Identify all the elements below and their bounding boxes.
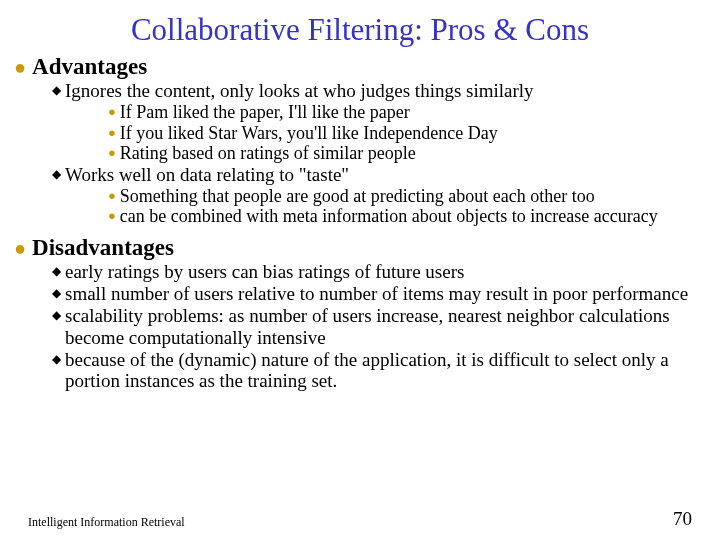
list-text: Something that people are good at predic…: [120, 186, 692, 207]
section-disadvantages: ● Disadvantages ◆ early ratings by users…: [28, 235, 692, 392]
list-item: ● Something that people are good at pred…: [108, 186, 692, 207]
slide-title: Collaborative Filtering: Pros & Cons: [28, 12, 692, 48]
list-text: small number of users relative to number…: [65, 283, 692, 305]
list-item: ● can be combined with meta information …: [108, 206, 692, 227]
bullet-icon: ◆: [52, 283, 61, 303]
list-item: ◆ scalability problems: as number of use…: [52, 305, 692, 349]
list-text: If Pam liked the paper, I'll like the pa…: [120, 102, 692, 123]
bullet-icon: ◆: [52, 305, 61, 325]
bullet-icon: ●: [14, 54, 26, 80]
list-text: scalability problems: as number of users…: [65, 305, 692, 349]
bullet-icon: ●: [108, 143, 116, 162]
list-item: ● If you liked Star Wars, you'll like In…: [108, 123, 692, 144]
bullet-icon: ◆: [52, 261, 61, 281]
list-text: If you liked Star Wars, you'll like Inde…: [120, 123, 692, 144]
slide-number: 70: [673, 508, 692, 530]
bullet-icon: ◆: [52, 80, 61, 100]
list-text: Rating based on ratings of similar peopl…: [120, 143, 692, 164]
bullet-icon: ●: [108, 102, 116, 121]
list-text: because of the (dynamic) nature of the a…: [65, 349, 692, 393]
list-item: ◆ Ignores the content, only looks at who…: [52, 80, 692, 102]
list-item: ◆ Works well on data relating to "taste": [52, 164, 692, 186]
list-item: ● Rating based on ratings of similar peo…: [108, 143, 692, 164]
list-item: ◆ early ratings by users can bias rating…: [52, 261, 692, 283]
list-text: Works well on data relating to "taste": [65, 164, 692, 186]
bullet-icon: ◆: [52, 164, 61, 184]
footer-left: Intelligent Information Retrieval: [28, 515, 185, 530]
list-item: ◆ small number of users relative to numb…: [52, 283, 692, 305]
footer: Intelligent Information Retrieval 70: [28, 508, 692, 530]
list-text: can be combined with meta information ab…: [120, 206, 692, 227]
list-item: ◆ because of the (dynamic) nature of the…: [52, 349, 692, 393]
bullet-icon: ◆: [52, 349, 61, 369]
heading-disadvantages: ● Disadvantages: [14, 235, 692, 261]
slide: Collaborative Filtering: Pros & Cons ● A…: [0, 0, 720, 540]
bullet-icon: ●: [108, 123, 116, 142]
heading-text: Disadvantages: [32, 235, 692, 261]
list-item: ● If Pam liked the paper, I'll like the …: [108, 102, 692, 123]
list-text: Ignores the content, only looks at who j…: [65, 80, 692, 102]
list-text: early ratings by users can bias ratings …: [65, 261, 692, 283]
heading-text: Advantages: [32, 54, 692, 80]
bullet-icon: ●: [108, 186, 116, 205]
bullet-icon: ●: [108, 206, 116, 225]
section-advantages: ● Advantages ◆ Ignores the content, only…: [28, 54, 692, 227]
heading-advantages: ● Advantages: [14, 54, 692, 80]
bullet-icon: ●: [14, 235, 26, 261]
